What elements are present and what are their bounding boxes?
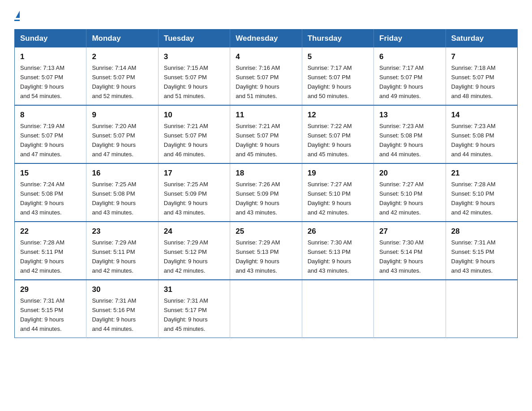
calendar-week-row: 8 Sunrise: 7:19 AMSunset: 5:07 PMDayligh…	[15, 105, 518, 163]
calendar-cell: 15 Sunrise: 7:24 AMSunset: 5:08 PMDaylig…	[15, 163, 86, 222]
day-number: 25	[236, 226, 297, 237]
day-info: Sunrise: 7:27 AMSunset: 5:10 PMDaylight:…	[308, 181, 352, 216]
calendar-cell	[302, 280, 373, 338]
day-number: 3	[164, 51, 225, 63]
calendar-cell: 31 Sunrise: 7:31 AMSunset: 5:17 PMDaylig…	[158, 280, 230, 338]
day-number: 2	[92, 51, 153, 63]
calendar-cell: 9 Sunrise: 7:20 AMSunset: 5:07 PMDayligh…	[86, 105, 158, 163]
day-info: Sunrise: 7:17 AMSunset: 5:07 PMDaylight:…	[379, 64, 424, 99]
day-info: Sunrise: 7:25 AMSunset: 5:08 PMDaylight:…	[92, 181, 136, 216]
day-number: 14	[451, 109, 513, 121]
day-number: 30	[92, 284, 153, 295]
header-wednesday: Wednesday	[230, 30, 302, 48]
calendar-cell: 14 Sunrise: 7:23 AMSunset: 5:08 PMDaylig…	[446, 105, 517, 163]
calendar-cell: 26 Sunrise: 7:30 AMSunset: 5:13 PMDaylig…	[302, 222, 373, 280]
calendar-table: SundayMondayTuesdayWednesdayThursdayFrid…	[14, 29, 518, 338]
day-info: Sunrise: 7:23 AMSunset: 5:08 PMDaylight:…	[379, 123, 424, 158]
day-number: 18	[236, 167, 297, 179]
day-number: 11	[236, 109, 297, 121]
day-number: 6	[379, 51, 441, 63]
calendar-cell: 18 Sunrise: 7:26 AMSunset: 5:09 PMDaylig…	[230, 163, 302, 222]
day-info: Sunrise: 7:21 AMSunset: 5:07 PMDaylight:…	[164, 123, 208, 158]
logo-triangle-icon	[16, 11, 20, 18]
calendar-week-row: 15 Sunrise: 7:24 AMSunset: 5:08 PMDaylig…	[15, 163, 518, 222]
day-number: 22	[20, 226, 82, 237]
day-info: Sunrise: 7:28 AMSunset: 5:10 PMDaylight:…	[451, 181, 496, 216]
day-info: Sunrise: 7:31 AMSunset: 5:16 PMDaylight:…	[92, 297, 136, 332]
day-info: Sunrise: 7:15 AMSunset: 5:07 PMDaylight:…	[164, 64, 208, 99]
header-tuesday: Tuesday	[158, 30, 230, 48]
calendar-cell: 21 Sunrise: 7:28 AMSunset: 5:10 PMDaylig…	[446, 163, 517, 222]
day-info: Sunrise: 7:22 AMSunset: 5:07 PMDaylight:…	[308, 123, 352, 158]
calendar-cell: 19 Sunrise: 7:27 AMSunset: 5:10 PMDaylig…	[302, 163, 373, 222]
calendar-header-row: SundayMondayTuesdayWednesdayThursdayFrid…	[15, 30, 518, 48]
logo[interactable]	[14, 11, 20, 21]
day-number: 27	[379, 226, 441, 237]
day-number: 31	[164, 284, 225, 295]
header-sunday: Sunday	[15, 30, 86, 48]
calendar-cell: 29 Sunrise: 7:31 AMSunset: 5:15 PMDaylig…	[15, 280, 86, 338]
day-info: Sunrise: 7:29 AMSunset: 5:13 PMDaylight:…	[236, 239, 280, 274]
calendar-week-row: 1 Sunrise: 7:13 AMSunset: 5:07 PMDayligh…	[15, 47, 518, 105]
calendar-cell: 20 Sunrise: 7:27 AMSunset: 5:10 PMDaylig…	[374, 163, 446, 222]
day-info: Sunrise: 7:17 AMSunset: 5:07 PMDaylight:…	[308, 64, 352, 99]
day-info: Sunrise: 7:31 AMSunset: 5:17 PMDaylight:…	[164, 297, 208, 332]
calendar-cell: 24 Sunrise: 7:29 AMSunset: 5:12 PMDaylig…	[158, 222, 230, 280]
day-number: 29	[20, 284, 82, 295]
day-info: Sunrise: 7:18 AMSunset: 5:07 PMDaylight:…	[451, 64, 496, 99]
header-monday: Monday	[86, 30, 158, 48]
header-friday: Friday	[374, 30, 446, 48]
day-number: 15	[20, 167, 82, 179]
day-number: 8	[20, 109, 82, 121]
day-info: Sunrise: 7:13 AMSunset: 5:07 PMDaylight:…	[20, 64, 64, 99]
day-info: Sunrise: 7:21 AMSunset: 5:07 PMDaylight:…	[236, 123, 280, 158]
calendar-cell: 8 Sunrise: 7:19 AMSunset: 5:07 PMDayligh…	[15, 105, 86, 163]
calendar-cell: 1 Sunrise: 7:13 AMSunset: 5:07 PMDayligh…	[15, 47, 86, 105]
day-number: 23	[92, 226, 153, 237]
day-info: Sunrise: 7:14 AMSunset: 5:07 PMDaylight:…	[92, 64, 136, 99]
calendar-cell: 3 Sunrise: 7:15 AMSunset: 5:07 PMDayligh…	[158, 47, 230, 105]
day-info: Sunrise: 7:24 AMSunset: 5:08 PMDaylight:…	[20, 181, 64, 216]
calendar-cell: 5 Sunrise: 7:17 AMSunset: 5:07 PMDayligh…	[302, 47, 373, 105]
day-number: 17	[164, 167, 225, 179]
day-info: Sunrise: 7:30 AMSunset: 5:13 PMDaylight:…	[308, 239, 352, 274]
header-thursday: Thursday	[302, 30, 373, 48]
day-info: Sunrise: 7:19 AMSunset: 5:07 PMDaylight:…	[20, 123, 64, 158]
calendar-cell: 25 Sunrise: 7:29 AMSunset: 5:13 PMDaylig…	[230, 222, 302, 280]
calendar-cell: 16 Sunrise: 7:25 AMSunset: 5:08 PMDaylig…	[86, 163, 158, 222]
day-info: Sunrise: 7:20 AMSunset: 5:07 PMDaylight:…	[92, 123, 136, 158]
calendar-cell: 11 Sunrise: 7:21 AMSunset: 5:07 PMDaylig…	[230, 105, 302, 163]
calendar-cell: 27 Sunrise: 7:30 AMSunset: 5:14 PMDaylig…	[374, 222, 446, 280]
day-number: 16	[92, 167, 153, 179]
calendar-cell: 10 Sunrise: 7:21 AMSunset: 5:07 PMDaylig…	[158, 105, 230, 163]
day-number: 21	[451, 167, 513, 179]
day-info: Sunrise: 7:29 AMSunset: 5:12 PMDaylight:…	[164, 239, 208, 274]
day-info: Sunrise: 7:31 AMSunset: 5:15 PMDaylight:…	[20, 297, 64, 332]
day-number: 10	[164, 109, 225, 121]
day-number: 4	[236, 51, 297, 63]
calendar-cell: 28 Sunrise: 7:31 AMSunset: 5:15 PMDaylig…	[446, 222, 517, 280]
calendar-cell: 17 Sunrise: 7:25 AMSunset: 5:09 PMDaylig…	[158, 163, 230, 222]
day-number: 13	[379, 109, 441, 121]
day-number: 26	[308, 226, 369, 237]
calendar-cell	[446, 280, 517, 338]
calendar-cell: 6 Sunrise: 7:17 AMSunset: 5:07 PMDayligh…	[374, 47, 446, 105]
day-info: Sunrise: 7:30 AMSunset: 5:14 PMDaylight:…	[379, 239, 424, 274]
logo-underline	[14, 20, 20, 21]
day-number: 5	[308, 51, 369, 63]
day-number: 1	[20, 51, 82, 63]
day-number: 9	[92, 109, 153, 121]
calendar-cell: 23 Sunrise: 7:29 AMSunset: 5:11 PMDaylig…	[86, 222, 158, 280]
day-info: Sunrise: 7:29 AMSunset: 5:11 PMDaylight:…	[92, 239, 136, 274]
day-number: 28	[451, 226, 513, 237]
day-number: 24	[164, 226, 225, 237]
day-info: Sunrise: 7:27 AMSunset: 5:10 PMDaylight:…	[379, 181, 424, 216]
calendar-cell: 7 Sunrise: 7:18 AMSunset: 5:07 PMDayligh…	[446, 47, 517, 105]
day-number: 12	[308, 109, 369, 121]
calendar-cell: 22 Sunrise: 7:28 AMSunset: 5:11 PMDaylig…	[15, 222, 86, 280]
day-number: 7	[451, 51, 513, 63]
calendar-cell	[230, 280, 302, 338]
calendar-cell: 30 Sunrise: 7:31 AMSunset: 5:16 PMDaylig…	[86, 280, 158, 338]
calendar-week-row: 22 Sunrise: 7:28 AMSunset: 5:11 PMDaylig…	[15, 222, 518, 280]
page-header	[14, 11, 518, 21]
